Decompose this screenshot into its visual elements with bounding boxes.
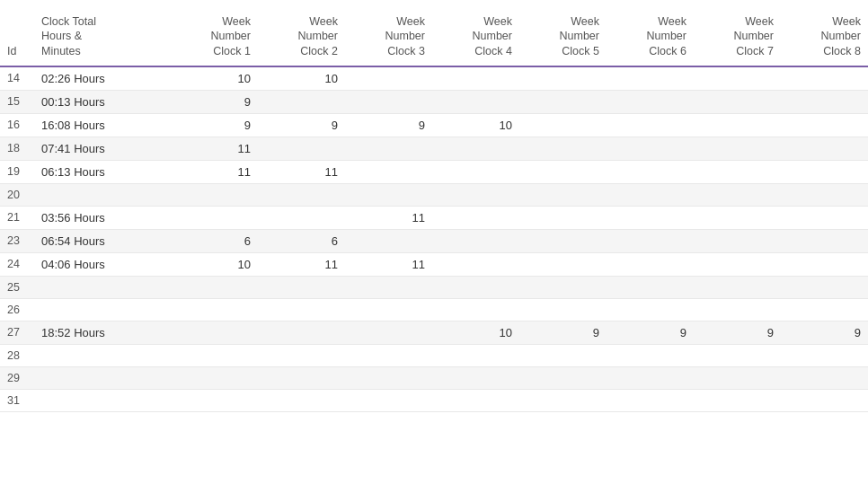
cell-clock4 xyxy=(432,90,519,113)
cell-id: 27 xyxy=(0,321,34,344)
cell-clock8: 9 xyxy=(781,321,868,344)
table-row: 2404:06 Hours101111 xyxy=(0,252,868,276)
cell-id: 16 xyxy=(0,113,34,137)
cell-clock8 xyxy=(781,298,868,321)
cell-total xyxy=(34,276,171,298)
cell-total: 02:26 Hours xyxy=(34,66,171,91)
cell-clock8 xyxy=(781,183,868,206)
cell-clock7 xyxy=(694,137,781,160)
cell-clock6 xyxy=(607,298,694,321)
cell-clock4 xyxy=(432,160,519,183)
cell-clock7 xyxy=(694,366,781,389)
table-row: 2718:52 Hours109999 xyxy=(0,321,868,344)
cell-id: 25 xyxy=(0,276,34,298)
cell-clock6 xyxy=(607,229,694,252)
cell-clock8 xyxy=(781,160,868,183)
cell-clock4 xyxy=(432,252,519,276)
header-clock5: WeekNumberClock 5 xyxy=(519,9,607,66)
table-row: 1500:13 Hours9 xyxy=(0,90,868,113)
cell-total: 03:56 Hours xyxy=(34,206,171,229)
header-clock4: WeekNumberClock 4 xyxy=(432,9,519,66)
cell-clock8 xyxy=(781,66,868,91)
table-row: 1402:26 Hours1010 xyxy=(0,66,868,91)
cell-clock2: 11 xyxy=(258,252,345,276)
cell-clock4 xyxy=(432,137,519,160)
header-id: Id xyxy=(0,9,34,66)
cell-total: 16:08 Hours xyxy=(34,113,171,137)
cell-clock5 xyxy=(519,229,607,252)
cell-id: 15 xyxy=(0,90,34,113)
cell-clock8 xyxy=(781,137,868,160)
cell-clock6 xyxy=(607,66,694,91)
cell-clock1 xyxy=(171,206,258,229)
cell-clock3 xyxy=(345,229,432,252)
cell-clock7 xyxy=(694,160,781,183)
cell-clock5 xyxy=(519,183,607,206)
cell-clock1: 9 xyxy=(171,113,258,137)
cell-clock2 xyxy=(258,276,345,298)
header-total: Clock TotalHours &Minutes xyxy=(34,9,171,66)
cell-clock7 xyxy=(694,206,781,229)
cell-id: 23 xyxy=(0,229,34,252)
cell-clock6 xyxy=(607,183,694,206)
cell-clock8 xyxy=(781,276,868,298)
cell-clock6 xyxy=(607,276,694,298)
cell-clock3 xyxy=(345,66,432,91)
cell-clock3 xyxy=(345,298,432,321)
cell-clock2 xyxy=(258,90,345,113)
cell-clock3 xyxy=(345,183,432,206)
cell-clock2 xyxy=(258,321,345,344)
cell-clock8 xyxy=(781,366,868,389)
cell-clock5 xyxy=(519,113,607,137)
cell-clock6 xyxy=(607,389,694,411)
cell-total xyxy=(34,366,171,389)
cell-clock3 xyxy=(345,90,432,113)
cell-clock1 xyxy=(171,183,258,206)
cell-clock4 xyxy=(432,344,519,366)
header-clock7: WeekNumberClock 7 xyxy=(694,9,781,66)
cell-clock7 xyxy=(694,90,781,113)
cell-id: 29 xyxy=(0,366,34,389)
cell-clock8 xyxy=(781,206,868,229)
cell-clock5 xyxy=(519,366,607,389)
cell-clock7 xyxy=(694,183,781,206)
cell-total xyxy=(34,298,171,321)
cell-id: 20 xyxy=(0,183,34,206)
cell-id: 28 xyxy=(0,344,34,366)
cell-clock4 xyxy=(432,389,519,411)
table-row: 1616:08 Hours99910 xyxy=(0,113,868,137)
cell-clock5 xyxy=(519,66,607,91)
cell-clock1: 9 xyxy=(171,90,258,113)
cell-clock6: 9 xyxy=(607,321,694,344)
cell-clock4 xyxy=(432,206,519,229)
cell-clock5 xyxy=(519,206,607,229)
table-row: 31 xyxy=(0,389,868,411)
table-row: 25 xyxy=(0,276,868,298)
cell-total: 18:52 Hours xyxy=(34,321,171,344)
cell-clock5 xyxy=(519,389,607,411)
cell-clock5: 9 xyxy=(519,321,607,344)
cell-clock2: 9 xyxy=(258,113,345,137)
cell-clock6 xyxy=(607,137,694,160)
cell-id: 18 xyxy=(0,137,34,160)
cell-total: 04:06 Hours xyxy=(34,252,171,276)
cell-clock2: 11 xyxy=(258,160,345,183)
cell-clock7 xyxy=(694,344,781,366)
cell-clock8 xyxy=(781,252,868,276)
cell-total: 00:13 Hours xyxy=(34,90,171,113)
cell-clock3: 11 xyxy=(345,206,432,229)
cell-clock8 xyxy=(781,344,868,366)
cell-clock6 xyxy=(607,113,694,137)
cell-clock3 xyxy=(345,137,432,160)
cell-total: 07:41 Hours xyxy=(34,137,171,160)
cell-clock3: 9 xyxy=(345,113,432,137)
cell-total xyxy=(34,389,171,411)
cell-clock5 xyxy=(519,90,607,113)
cell-clock2: 10 xyxy=(258,66,345,91)
table-row: 1807:41 Hours11 xyxy=(0,137,868,160)
cell-clock4 xyxy=(432,276,519,298)
cell-clock8 xyxy=(781,90,868,113)
header-row: Id Clock TotalHours &Minutes WeekNumberC… xyxy=(0,9,868,66)
cell-clock2 xyxy=(258,366,345,389)
cell-clock3: 11 xyxy=(345,252,432,276)
